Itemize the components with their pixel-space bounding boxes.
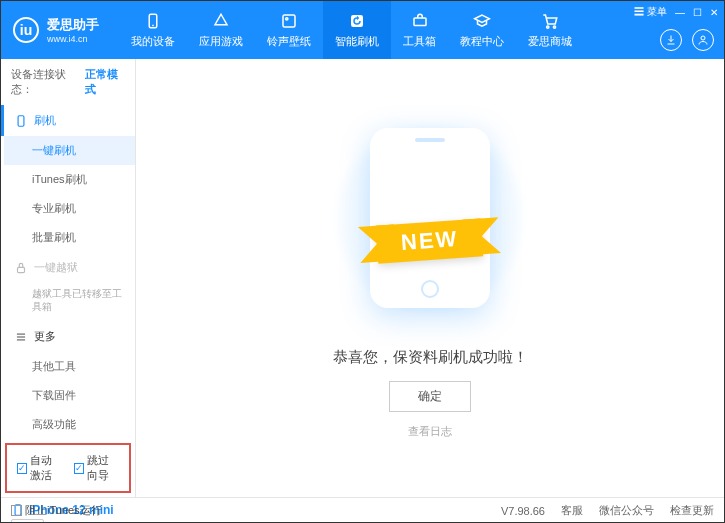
refresh-icon bbox=[348, 12, 366, 30]
phone-icon bbox=[144, 12, 162, 30]
check-update-link[interactable]: 检查更新 bbox=[670, 503, 714, 518]
checkbox-label: 跳过向导 bbox=[87, 453, 119, 483]
sidebar-header-label: 一键越狱 bbox=[34, 260, 78, 275]
list-icon bbox=[14, 330, 28, 344]
jailbreak-note: 越狱工具已转移至工具箱 bbox=[4, 283, 135, 321]
svg-point-6 bbox=[547, 25, 549, 27]
app-logo-icon: iu bbox=[13, 17, 39, 43]
conn-value: 正常模式 bbox=[85, 67, 125, 97]
sidebar-item-batch-flash[interactable]: 批量刷机 bbox=[4, 223, 135, 252]
app-title: 爱思助手 bbox=[47, 16, 99, 34]
phone-flash-icon bbox=[14, 114, 28, 128]
version-label: V7.98.66 bbox=[501, 505, 545, 517]
toolbox-icon bbox=[411, 12, 429, 30]
svg-point-7 bbox=[553, 25, 555, 27]
nav-apps-games[interactable]: 应用游戏 bbox=[187, 1, 255, 59]
menu-icon[interactable]: ☰ 菜单 bbox=[634, 5, 667, 19]
sidebar-item-other-tools[interactable]: 其他工具 bbox=[4, 352, 135, 381]
connection-status: 设备连接状态： 正常模式 bbox=[1, 59, 135, 105]
sidebar-header-more[interactable]: 更多 bbox=[4, 321, 135, 352]
check-icon: ✓ bbox=[74, 463, 84, 474]
conn-label: 设备连接状态： bbox=[11, 67, 81, 97]
maximize-icon[interactable]: ☐ bbox=[693, 7, 702, 18]
sidebar-item-pro-flash[interactable]: 专业刷机 bbox=[4, 194, 135, 223]
nav-store[interactable]: 爱思商城 bbox=[516, 1, 584, 59]
nav-label: 智能刷机 bbox=[335, 34, 379, 49]
sidebar-header-label: 更多 bbox=[34, 329, 56, 344]
download-button[interactable] bbox=[660, 29, 682, 51]
customer-service-link[interactable]: 客服 bbox=[561, 503, 583, 518]
cart-icon bbox=[541, 12, 559, 30]
window-controls: ☰ 菜单 — ☐ ✕ bbox=[634, 5, 718, 19]
success-message: 恭喜您，保资料刷机成功啦！ bbox=[333, 348, 528, 367]
nav-label: 工具箱 bbox=[403, 34, 436, 49]
graduation-icon bbox=[473, 12, 491, 30]
checkbox-auto-activate[interactable]: ✓ 自动激活 bbox=[17, 453, 62, 483]
device-capacity: 64GB bbox=[11, 519, 44, 523]
sidebar-header-label: 刷机 bbox=[34, 113, 56, 128]
ok-button[interactable]: 确定 bbox=[389, 381, 471, 412]
app-header: iu 爱思助手 www.i4.cn 我的设备 应用游戏 铃声壁纸 智能刷机 工具… bbox=[1, 1, 724, 59]
sidebar-item-advanced[interactable]: 高级功能 bbox=[4, 410, 135, 439]
nav-toolbox[interactable]: 工具箱 bbox=[391, 1, 448, 59]
image-icon bbox=[280, 12, 298, 30]
minimize-icon[interactable]: — bbox=[675, 7, 685, 18]
view-log-link[interactable]: 查看日志 bbox=[408, 424, 452, 439]
wechat-link[interactable]: 微信公众号 bbox=[599, 503, 654, 518]
app-url: www.i4.cn bbox=[47, 34, 99, 44]
svg-point-8 bbox=[701, 36, 705, 40]
sidebar-header-flash[interactable]: 刷机 bbox=[1, 105, 135, 136]
logo-area: iu 爱思助手 www.i4.cn bbox=[1, 16, 111, 44]
checkbox-skip-guide[interactable]: ✓ 跳过向导 bbox=[74, 453, 119, 483]
nav-smart-flash[interactable]: 智能刷机 bbox=[323, 1, 391, 59]
sidebar: 设备连接状态： 正常模式 刷机 一键刷机 iTunes刷机 专业刷机 批量刷机 … bbox=[1, 59, 136, 497]
checkbox-icon bbox=[11, 505, 22, 516]
nav-tutorial[interactable]: 教程中心 bbox=[448, 1, 516, 59]
success-illustration: NEW bbox=[330, 118, 530, 318]
options-highlight-box: ✓ 自动激活 ✓ 跳过向导 bbox=[5, 443, 131, 493]
appstore-icon bbox=[212, 12, 230, 30]
close-icon[interactable]: ✕ bbox=[710, 7, 718, 18]
nav-ringtone-wallpaper[interactable]: 铃声壁纸 bbox=[255, 1, 323, 59]
sidebar-item-oneclick-flash[interactable]: 一键刷机 bbox=[4, 136, 135, 165]
nav-label: 教程中心 bbox=[460, 34, 504, 49]
svg-point-3 bbox=[286, 17, 288, 19]
nav-label: 应用游戏 bbox=[199, 34, 243, 49]
user-button[interactable] bbox=[692, 29, 714, 51]
checkbox-block-itunes[interactable]: 阻止iTunes运行 bbox=[11, 503, 102, 518]
svg-rect-5 bbox=[414, 18, 426, 26]
lock-icon bbox=[14, 261, 28, 275]
nav-label: 我的设备 bbox=[131, 34, 175, 49]
main-content: NEW 恭喜您，保资料刷机成功啦！ 确定 查看日志 bbox=[136, 59, 724, 497]
checkbox-label: 自动激活 bbox=[30, 453, 62, 483]
svg-rect-10 bbox=[18, 267, 25, 272]
nav-label: 爱思商城 bbox=[528, 34, 572, 49]
nav-label: 铃声壁纸 bbox=[267, 34, 311, 49]
main-nav: 我的设备 应用游戏 铃声壁纸 智能刷机 工具箱 教程中心 爱思商城 bbox=[119, 1, 584, 59]
sidebar-item-download-firmware[interactable]: 下载固件 bbox=[4, 381, 135, 410]
check-icon: ✓ bbox=[17, 463, 27, 474]
sidebar-header-jailbreak[interactable]: 一键越狱 bbox=[4, 252, 135, 283]
checkbox-label: 阻止iTunes运行 bbox=[25, 503, 102, 518]
svg-rect-2 bbox=[283, 15, 295, 27]
sidebar-item-itunes-flash[interactable]: iTunes刷机 bbox=[4, 165, 135, 194]
svg-rect-9 bbox=[18, 115, 24, 126]
new-ribbon: NEW bbox=[376, 218, 484, 263]
nav-my-device[interactable]: 我的设备 bbox=[119, 1, 187, 59]
